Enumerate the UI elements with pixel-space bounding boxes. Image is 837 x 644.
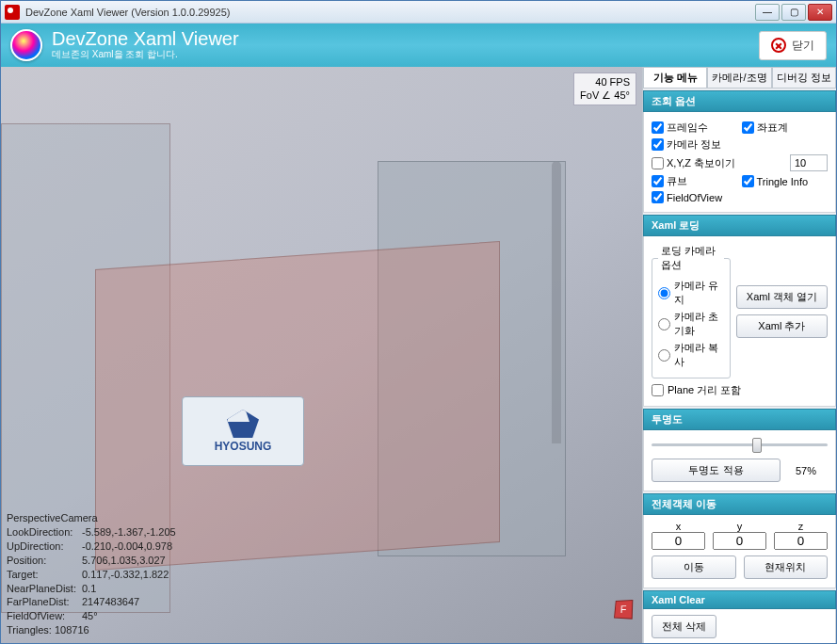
chk-plane-dist[interactable]: Plane 거리 포함 <box>652 383 828 397</box>
viewport-3d[interactable]: HYOSUNG 40 FPS FoV ∠ 45° PerspectiveCame… <box>1 67 642 643</box>
hud-camera-info: PerspectiveCamera LookDirection:-5.589,-… <box>7 511 182 637</box>
camera-type: PerspectiveCamera <box>7 511 182 525</box>
move-button[interactable]: 이동 <box>652 555 736 579</box>
section-move-all: 전체객체 이동 <box>643 493 836 515</box>
chk-tringle[interactable]: Tringle Info <box>742 175 829 187</box>
open-xaml-button[interactable]: Xaml 객체 열기 <box>736 285 828 309</box>
label-x: x <box>652 521 705 532</box>
chk-camera-info[interactable]: 카메라 정보 <box>652 137 828 152</box>
section-opacity: 투명도 <box>643 409 836 430</box>
app-title: DevZone Xaml Viewer <box>52 29 239 48</box>
chk-coord[interactable]: 좌표계 <box>742 121 829 135</box>
chk-cube[interactable]: 큐브 <box>652 174 738 188</box>
fov-readout: FoV ∠ 45° <box>580 89 630 102</box>
hud-top-right: 40 FPS FoV ∠ 45° <box>573 72 636 105</box>
header-close-button[interactable]: 닫기 <box>759 31 827 60</box>
tab-camera-light[interactable]: 카메라/조명 <box>707 67 771 88</box>
close-button[interactable]: ✕ <box>808 4 832 21</box>
input-y[interactable] <box>713 532 766 550</box>
close-icon <box>771 38 786 53</box>
app-logo-icon <box>10 29 42 61</box>
opacity-value: 57% <box>784 465 828 476</box>
section-xaml-load: Xaml 로딩 <box>643 215 836 236</box>
delete-all-button[interactable]: 전체 삭제 <box>652 615 716 638</box>
close-label: 닫기 <box>792 38 814 54</box>
chk-fps[interactable]: 프레임수 <box>652 121 738 135</box>
app-subtitle: 데브존의 Xaml을 조회 합니다. <box>52 48 239 61</box>
minimize-button[interactable]: — <box>755 4 780 21</box>
tab-functions[interactable]: 기능 메뉴 <box>643 67 707 88</box>
app-window: DevZone Xaml Viewer (Version 1.0.0.29925… <box>0 0 837 644</box>
apply-opacity-button[interactable]: 투명도 적용 <box>652 459 781 482</box>
side-panel: 기능 메뉴 카메라/조명 디버깅 정보 조회 옵션 프레임수 좌표계 카메라 정… <box>642 67 836 643</box>
add-xaml-button[interactable]: Xaml 추가 <box>736 314 828 338</box>
current-pos-button[interactable]: 현재위치 <box>744 555 829 579</box>
section-view-options: 조회 옵션 <box>643 90 836 112</box>
axis-cube-icon[interactable]: F <box>614 600 633 620</box>
model-brand-plate: HYOSUNG <box>182 396 304 466</box>
label-z: z <box>774 521 828 532</box>
window-title: DevZone Xaml Viewer (Version 1.0.0.29925… <box>25 7 755 18</box>
input-x[interactable] <box>652 532 705 550</box>
maximize-button[interactable]: ▢ <box>781 4 806 21</box>
radio-copy-camera[interactable]: 카메라 복사 <box>658 341 724 369</box>
radio-keep-camera[interactable]: 카메라 유지 <box>658 279 724 307</box>
chk-fov[interactable]: FieldOfView <box>652 191 828 203</box>
radio-reset-camera[interactable]: 카메라 초기화 <box>658 310 724 338</box>
brand-text: HYOSUNG <box>215 440 272 453</box>
camera-option-legend: 로딩 카메라 옵션 <box>658 244 724 272</box>
axis-size-input[interactable] <box>790 154 828 171</box>
camera-table: LookDirection:-5.589,-1.367,-1.205 UpDir… <box>7 525 182 623</box>
tabs: 기능 메뉴 카메라/조명 디버깅 정보 <box>643 67 836 89</box>
app-header: DevZone Xaml Viewer 데브존의 Xaml을 조회 합니다. 닫… <box>1 24 836 67</box>
opacity-slider[interactable] <box>652 436 828 453</box>
chk-axis[interactable]: X,Y,Z 축보이기 <box>652 156 786 170</box>
titlebar[interactable]: DevZone Xaml Viewer (Version 1.0.0.29925… <box>1 1 836 24</box>
triangle-count: Triangles: 108716 <box>7 623 182 637</box>
label-y: y <box>713 521 766 532</box>
fps-readout: 40 FPS <box>580 75 630 89</box>
input-z[interactable] <box>774 532 828 550</box>
section-xaml-clear: Xaml Clear <box>643 590 836 609</box>
app-icon <box>5 5 20 20</box>
tab-debug[interactable]: 디버깅 정보 <box>772 67 836 88</box>
